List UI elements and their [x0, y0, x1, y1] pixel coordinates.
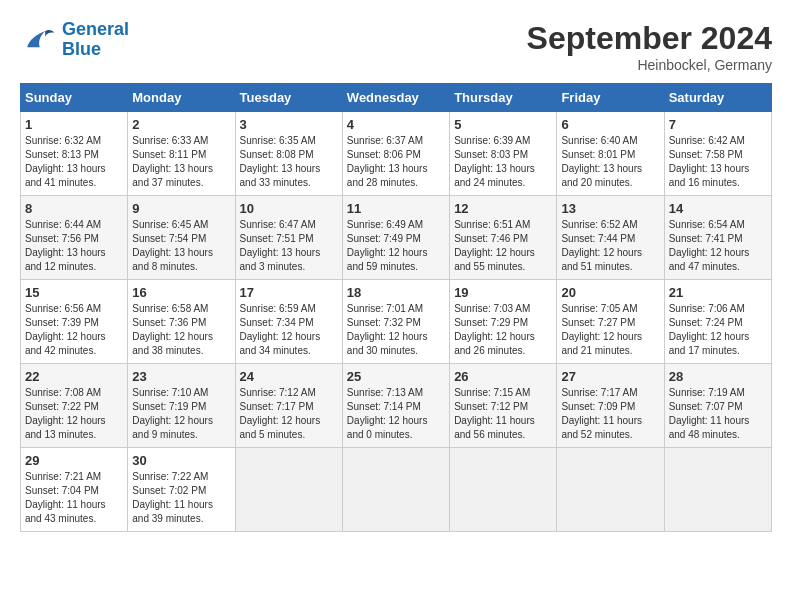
day-info: Sunrise: 6:49 AMSunset: 7:49 PMDaylight:…	[347, 218, 445, 274]
day-info: Sunrise: 6:44 AMSunset: 7:56 PMDaylight:…	[25, 218, 123, 274]
calendar-cell: 25Sunrise: 7:13 AMSunset: 7:14 PMDayligh…	[342, 364, 449, 448]
day-number: 27	[561, 369, 659, 384]
calendar-cell: 4Sunrise: 6:37 AMSunset: 8:06 PMDaylight…	[342, 112, 449, 196]
day-number: 25	[347, 369, 445, 384]
week-row-2: 8Sunrise: 6:44 AMSunset: 7:56 PMDaylight…	[21, 196, 772, 280]
calendar-cell: 9Sunrise: 6:45 AMSunset: 7:54 PMDaylight…	[128, 196, 235, 280]
day-number: 12	[454, 201, 552, 216]
day-info: Sunrise: 7:13 AMSunset: 7:14 PMDaylight:…	[347, 386, 445, 442]
month-title: September 2024	[527, 20, 772, 57]
weekday-header-sunday: Sunday	[21, 84, 128, 112]
day-info: Sunrise: 6:32 AMSunset: 8:13 PMDaylight:…	[25, 134, 123, 190]
day-info: Sunrise: 7:17 AMSunset: 7:09 PMDaylight:…	[561, 386, 659, 442]
day-number: 14	[669, 201, 767, 216]
calendar-cell: 20Sunrise: 7:05 AMSunset: 7:27 PMDayligh…	[557, 280, 664, 364]
day-number: 30	[132, 453, 230, 468]
day-number: 1	[25, 117, 123, 132]
calendar-cell: 2Sunrise: 6:33 AMSunset: 8:11 PMDaylight…	[128, 112, 235, 196]
day-info: Sunrise: 6:40 AMSunset: 8:01 PMDaylight:…	[561, 134, 659, 190]
calendar-cell: 8Sunrise: 6:44 AMSunset: 7:56 PMDaylight…	[21, 196, 128, 280]
week-row-3: 15Sunrise: 6:56 AMSunset: 7:39 PMDayligh…	[21, 280, 772, 364]
calendar-cell	[664, 448, 771, 532]
calendar-cell	[342, 448, 449, 532]
calendar-table: SundayMondayTuesdayWednesdayThursdayFrid…	[20, 83, 772, 532]
day-info: Sunrise: 6:37 AMSunset: 8:06 PMDaylight:…	[347, 134, 445, 190]
day-number: 15	[25, 285, 123, 300]
calendar-cell: 12Sunrise: 6:51 AMSunset: 7:46 PMDayligh…	[450, 196, 557, 280]
day-number: 13	[561, 201, 659, 216]
day-info: Sunrise: 7:08 AMSunset: 7:22 PMDaylight:…	[25, 386, 123, 442]
day-number: 28	[669, 369, 767, 384]
calendar-cell: 26Sunrise: 7:15 AMSunset: 7:12 PMDayligh…	[450, 364, 557, 448]
day-number: 9	[132, 201, 230, 216]
day-info: Sunrise: 7:01 AMSunset: 7:32 PMDaylight:…	[347, 302, 445, 358]
calendar-cell: 21Sunrise: 7:06 AMSunset: 7:24 PMDayligh…	[664, 280, 771, 364]
day-number: 3	[240, 117, 338, 132]
day-info: Sunrise: 6:59 AMSunset: 7:34 PMDaylight:…	[240, 302, 338, 358]
day-number: 22	[25, 369, 123, 384]
day-info: Sunrise: 7:12 AMSunset: 7:17 PMDaylight:…	[240, 386, 338, 442]
day-number: 24	[240, 369, 338, 384]
day-info: Sunrise: 6:39 AMSunset: 8:03 PMDaylight:…	[454, 134, 552, 190]
calendar-cell: 10Sunrise: 6:47 AMSunset: 7:51 PMDayligh…	[235, 196, 342, 280]
day-number: 6	[561, 117, 659, 132]
weekday-header-tuesday: Tuesday	[235, 84, 342, 112]
day-info: Sunrise: 6:35 AMSunset: 8:08 PMDaylight:…	[240, 134, 338, 190]
day-info: Sunrise: 7:03 AMSunset: 7:29 PMDaylight:…	[454, 302, 552, 358]
day-number: 5	[454, 117, 552, 132]
day-number: 16	[132, 285, 230, 300]
calendar-cell: 6Sunrise: 6:40 AMSunset: 8:01 PMDaylight…	[557, 112, 664, 196]
calendar-cell: 11Sunrise: 6:49 AMSunset: 7:49 PMDayligh…	[342, 196, 449, 280]
calendar-cell: 23Sunrise: 7:10 AMSunset: 7:19 PMDayligh…	[128, 364, 235, 448]
calendar-cell: 17Sunrise: 6:59 AMSunset: 7:34 PMDayligh…	[235, 280, 342, 364]
calendar-cell: 15Sunrise: 6:56 AMSunset: 7:39 PMDayligh…	[21, 280, 128, 364]
day-info: Sunrise: 7:10 AMSunset: 7:19 PMDaylight:…	[132, 386, 230, 442]
calendar-cell: 28Sunrise: 7:19 AMSunset: 7:07 PMDayligh…	[664, 364, 771, 448]
day-info: Sunrise: 7:19 AMSunset: 7:07 PMDaylight:…	[669, 386, 767, 442]
day-number: 17	[240, 285, 338, 300]
calendar-cell: 22Sunrise: 7:08 AMSunset: 7:22 PMDayligh…	[21, 364, 128, 448]
day-number: 20	[561, 285, 659, 300]
logo-icon	[20, 22, 56, 58]
day-info: Sunrise: 6:54 AMSunset: 7:41 PMDaylight:…	[669, 218, 767, 274]
day-info: Sunrise: 7:15 AMSunset: 7:12 PMDaylight:…	[454, 386, 552, 442]
calendar-cell: 7Sunrise: 6:42 AMSunset: 7:58 PMDaylight…	[664, 112, 771, 196]
weekday-header-monday: Monday	[128, 84, 235, 112]
day-info: Sunrise: 6:51 AMSunset: 7:46 PMDaylight:…	[454, 218, 552, 274]
calendar-cell: 16Sunrise: 6:58 AMSunset: 7:36 PMDayligh…	[128, 280, 235, 364]
weekday-header-thursday: Thursday	[450, 84, 557, 112]
day-info: Sunrise: 6:52 AMSunset: 7:44 PMDaylight:…	[561, 218, 659, 274]
day-number: 7	[669, 117, 767, 132]
day-info: Sunrise: 6:56 AMSunset: 7:39 PMDaylight:…	[25, 302, 123, 358]
day-number: 23	[132, 369, 230, 384]
calendar-cell: 29Sunrise: 7:21 AMSunset: 7:04 PMDayligh…	[21, 448, 128, 532]
day-number: 11	[347, 201, 445, 216]
week-row-1: 1Sunrise: 6:32 AMSunset: 8:13 PMDaylight…	[21, 112, 772, 196]
calendar-cell: 30Sunrise: 7:22 AMSunset: 7:02 PMDayligh…	[128, 448, 235, 532]
logo-blue: Blue	[62, 39, 101, 59]
day-info: Sunrise: 6:47 AMSunset: 7:51 PMDaylight:…	[240, 218, 338, 274]
weekday-header-wednesday: Wednesday	[342, 84, 449, 112]
day-info: Sunrise: 7:21 AMSunset: 7:04 PMDaylight:…	[25, 470, 123, 526]
calendar-cell: 13Sunrise: 6:52 AMSunset: 7:44 PMDayligh…	[557, 196, 664, 280]
logo-general: General	[62, 19, 129, 39]
day-info: Sunrise: 7:05 AMSunset: 7:27 PMDaylight:…	[561, 302, 659, 358]
title-block: September 2024 Heinbockel, Germany	[527, 20, 772, 73]
day-info: Sunrise: 6:58 AMSunset: 7:36 PMDaylight:…	[132, 302, 230, 358]
logo: General Blue	[20, 20, 129, 60]
calendar-cell: 5Sunrise: 6:39 AMSunset: 8:03 PMDaylight…	[450, 112, 557, 196]
calendar-cell: 24Sunrise: 7:12 AMSunset: 7:17 PMDayligh…	[235, 364, 342, 448]
day-info: Sunrise: 6:42 AMSunset: 7:58 PMDaylight:…	[669, 134, 767, 190]
day-number: 26	[454, 369, 552, 384]
day-number: 18	[347, 285, 445, 300]
location-subtitle: Heinbockel, Germany	[527, 57, 772, 73]
day-info: Sunrise: 7:22 AMSunset: 7:02 PMDaylight:…	[132, 470, 230, 526]
day-number: 21	[669, 285, 767, 300]
day-number: 29	[25, 453, 123, 468]
week-row-5: 29Sunrise: 7:21 AMSunset: 7:04 PMDayligh…	[21, 448, 772, 532]
weekday-header-saturday: Saturday	[664, 84, 771, 112]
day-info: Sunrise: 6:45 AMSunset: 7:54 PMDaylight:…	[132, 218, 230, 274]
calendar-cell: 27Sunrise: 7:17 AMSunset: 7:09 PMDayligh…	[557, 364, 664, 448]
weekday-header-row: SundayMondayTuesdayWednesdayThursdayFrid…	[21, 84, 772, 112]
day-info: Sunrise: 7:06 AMSunset: 7:24 PMDaylight:…	[669, 302, 767, 358]
